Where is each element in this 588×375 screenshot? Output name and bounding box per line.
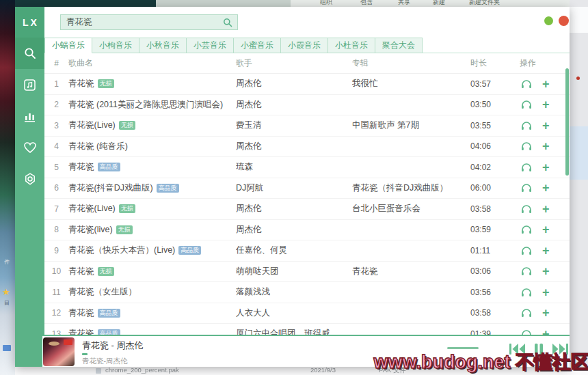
song-artist: DJ阿航 bbox=[236, 182, 352, 194]
table-row[interactable]: 8青花瓷(live)无损周杰伦03:59+ bbox=[44, 220, 570, 241]
song-actions: + bbox=[520, 288, 570, 297]
album-art-detail bbox=[49, 342, 59, 346]
player-bar: 青花瓷 - 周杰伦 青花瓷-周杰伦 bbox=[42, 335, 570, 367]
song-index: 10 bbox=[44, 266, 68, 276]
sidebar-item-my-music[interactable] bbox=[15, 69, 44, 100]
song-artist: 周杰伦 bbox=[236, 99, 352, 111]
table-row[interactable]: 1青花瓷无损周杰伦我很忙03:57+ bbox=[44, 74, 570, 95]
add-to-list-icon[interactable]: + bbox=[542, 100, 550, 109]
table-row[interactable]: 11青花瓷（女生版）落颜浅浅03:56+ bbox=[44, 282, 570, 303]
search-icon bbox=[23, 46, 37, 60]
listen-icon[interactable] bbox=[521, 183, 532, 193]
pause-button[interactable] bbox=[534, 343, 544, 355]
screen: 组织 包含 共享 新建 新建文件夹 件 目 ★ chrome_200_perce… bbox=[0, 0, 588, 375]
table-row[interactable]: 10青花瓷无损萌萌哒天团青花瓷03:06+ bbox=[44, 262, 570, 283]
tab-7[interactable]: 聚合大会 bbox=[375, 38, 423, 53]
song-name: 青花瓷 bbox=[68, 307, 94, 319]
add-to-list-icon[interactable]: + bbox=[542, 266, 550, 276]
song-duration: 03:58 bbox=[470, 204, 520, 214]
playback-controls bbox=[509, 343, 568, 355]
search-box[interactable] bbox=[60, 14, 238, 30]
listen-icon[interactable] bbox=[521, 246, 532, 255]
table-row[interactable]: 7青花瓷(Live)无损周杰伦台北小巨蛋音乐会03:58+ bbox=[44, 199, 570, 220]
previous-track-button[interactable] bbox=[509, 343, 525, 355]
add-to-list-icon[interactable]: + bbox=[542, 246, 550, 255]
quality-badge: 高品质 bbox=[98, 163, 120, 171]
minimize-button[interactable] bbox=[544, 16, 553, 25]
table-row[interactable]: 6青花瓷(抖音DJ戏曲版)高品质DJ阿航青花瓷（抖音DJ戏曲版）06:00+ bbox=[44, 178, 570, 199]
sidebar-item-favorites[interactable] bbox=[15, 132, 44, 163]
song-index: 6 bbox=[44, 183, 68, 193]
listen-icon[interactable] bbox=[521, 266, 532, 276]
add-to-list-icon[interactable]: + bbox=[542, 163, 550, 172]
tab-2[interactable]: 小秋音乐 bbox=[139, 38, 187, 53]
background-window-edge-2 bbox=[156, 0, 291, 7]
add-to-list-icon[interactable]: + bbox=[542, 141, 550, 151]
desktop-text-fragment: 目 bbox=[4, 299, 10, 307]
listen-icon[interactable] bbox=[521, 121, 532, 130]
source-tabbar: 小蜗音乐小枸音乐小秋音乐小芸音乐小蜜音乐小霞音乐小杜音乐聚合大会 bbox=[44, 38, 570, 53]
song-name-cell: 青花瓷(Live)无损 bbox=[68, 120, 236, 131]
listen-icon[interactable] bbox=[521, 225, 532, 234]
sidebar-item-leaderboard[interactable] bbox=[15, 100, 44, 132]
tab-5[interactable]: 小霞音乐 bbox=[280, 38, 328, 53]
song-duration: 04:02 bbox=[470, 163, 520, 172]
app-logo: LX bbox=[15, 7, 44, 38]
sidebar-item-settings[interactable] bbox=[15, 163, 44, 195]
quality-badge: 高品质 bbox=[157, 184, 179, 193]
scrollbar-thumb[interactable] bbox=[565, 68, 569, 176]
table-row[interactable]: 4青花瓷 (纯音乐)周杰伦04:06+ bbox=[44, 137, 570, 158]
tab-3[interactable]: 小芸音乐 bbox=[186, 38, 234, 53]
leaderboard-icon bbox=[23, 110, 36, 123]
search-input[interactable] bbox=[61, 18, 223, 27]
music-list-icon bbox=[23, 79, 36, 92]
listen-icon[interactable] bbox=[521, 204, 532, 214]
song-actions: + bbox=[520, 204, 570, 214]
add-to-list-icon[interactable]: + bbox=[542, 288, 550, 297]
listen-icon[interactable] bbox=[521, 288, 532, 297]
listen-icon[interactable] bbox=[521, 79, 532, 89]
add-to-list-icon[interactable]: + bbox=[542, 79, 550, 89]
volume-slider[interactable] bbox=[447, 347, 479, 349]
table-row[interactable]: 5青花瓷高品质琉森04:02+ bbox=[44, 157, 570, 178]
header-artist: 歌手 bbox=[236, 57, 352, 69]
song-index: 7 bbox=[44, 204, 68, 214]
add-to-list-icon[interactable]: + bbox=[542, 121, 550, 130]
add-to-list-icon[interactable]: + bbox=[542, 308, 550, 318]
tab-4[interactable]: 小蜜音乐 bbox=[233, 38, 281, 53]
listen-icon[interactable] bbox=[521, 308, 532, 318]
song-index: 5 bbox=[44, 163, 68, 172]
listen-icon[interactable] bbox=[521, 141, 532, 151]
table-row[interactable]: 2青花瓷 (2011美丽之路陈思思澳门演唱会)周杰伦03:50+ bbox=[44, 95, 570, 116]
tab-6[interactable]: 小杜音乐 bbox=[328, 38, 375, 53]
song-actions: + bbox=[520, 266, 570, 276]
song-name-cell: 青花瓷 (纯音乐) bbox=[68, 141, 236, 152]
song-duration: 03:56 bbox=[470, 288, 520, 297]
quality-badge: 高品质 bbox=[178, 246, 201, 255]
add-to-list-icon[interactable]: + bbox=[542, 225, 550, 234]
progress-bar[interactable] bbox=[82, 353, 88, 355]
close-button[interactable] bbox=[559, 16, 569, 26]
next-track-button[interactable] bbox=[552, 343, 568, 355]
add-to-list-icon[interactable]: + bbox=[542, 204, 550, 214]
main-panel: 小蜗音乐小枸音乐小秋音乐小芸音乐小蜜音乐小霞音乐小杜音乐聚合大会 # 歌曲名 歌… bbox=[44, 7, 570, 367]
table-row[interactable]: 12青花瓷高品质人衣大人03:58+ bbox=[44, 303, 570, 324]
song-name: 青花瓷 bbox=[68, 266, 94, 277]
album-art[interactable] bbox=[43, 337, 75, 366]
table-row[interactable]: 9青花瓷（快乐大本营）(Live)高品质任嘉伦、何炅01:11+ bbox=[44, 240, 570, 262]
song-artist: 周杰伦 bbox=[236, 78, 352, 89]
add-to-list-icon[interactable]: + bbox=[542, 183, 550, 193]
song-artist: 周杰伦 bbox=[236, 141, 352, 152]
song-name: 青花瓷 (纯音乐) bbox=[68, 141, 128, 152]
table-row[interactable]: 3青花瓷(Live)无损费玉清中国新歌声 第7期03:55+ bbox=[44, 115, 570, 137]
song-duration: 04:06 bbox=[470, 141, 520, 151]
search-submit-icon[interactable] bbox=[223, 18, 232, 27]
song-duration: 03:58 bbox=[470, 308, 520, 318]
listen-icon[interactable] bbox=[521, 163, 532, 172]
song-name: 青花瓷 bbox=[68, 78, 94, 89]
listen-icon[interactable] bbox=[521, 100, 532, 109]
song-name: 青花瓷(抖音DJ戏曲版) bbox=[68, 182, 153, 194]
tab-1[interactable]: 小枸音乐 bbox=[92, 38, 139, 53]
sidebar-item-search[interactable] bbox=[15, 38, 44, 69]
tab-0[interactable]: 小蜗音乐 bbox=[44, 38, 92, 53]
